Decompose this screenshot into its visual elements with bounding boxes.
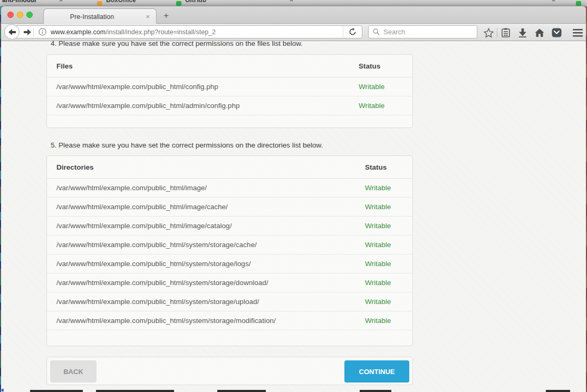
tab-title: Pre-Installation	[44, 13, 140, 21]
new-tab-button[interactable]: +	[163, 11, 169, 20]
table-row: /var/www/html/example.com/public_html/sy…	[47, 292, 412, 311]
directory-path: /var/www/html/example.com/public_html/sy…	[56, 317, 365, 325]
bookmark-star-icon[interactable]	[483, 27, 494, 38]
status-column-header: Status	[359, 62, 403, 70]
tab-pre-installation[interactable]: Pre-Installation ×	[43, 8, 157, 24]
table-row: /var/www/html/example.com/public_html/sy…	[47, 311, 412, 330]
page-content: 4. Please make sure you have set the cor…	[1, 41, 586, 392]
background-window-tabstrip: anti-imodul × BoxOffice GitHub × ×	[0, 0, 587, 6]
reload-button[interactable]	[343, 26, 362, 38]
url-domain: www.example.com	[51, 28, 105, 36]
tab-bar: Pre-Installation × +	[1, 6, 586, 24]
directory-path: /var/www/html/example.com/public_html/im…	[56, 203, 365, 211]
table-row: /var/www/html/example.com/public_html/sy…	[47, 273, 412, 292]
status-column-header: Status	[365, 163, 403, 171]
table-row: /var/www/html/example.com/public_html/sy…	[47, 236, 412, 254]
background-tab-1-close-icon: ×	[59, 0, 63, 4]
table-row: /var/www/html/example.com/public_html/co…	[47, 77, 412, 96]
bookmarks-list-icon[interactable]	[500, 27, 512, 38]
back-button[interactable]: BACK	[50, 360, 97, 383]
search-icon	[373, 28, 380, 35]
table-row: /var/www/html/example.com/public_html/im…	[47, 217, 412, 236]
background-favicon-right	[576, 1, 581, 6]
files-table-header: Files Status	[47, 55, 412, 77]
continue-button[interactable]: CONTINUE	[344, 360, 409, 383]
clipped-content-fragment	[2, 389, 4, 391]
clipped-content-fragment	[360, 390, 391, 392]
search-placeholder: Search	[383, 28, 405, 36]
status-badge: Writable	[365, 317, 403, 325]
clipped-content-fragment	[217, 390, 266, 392]
search-input[interactable]: Search	[368, 25, 477, 38]
github-favicon	[176, 1, 181, 6]
status-badge: Writable	[359, 83, 403, 91]
back-arrow-icon	[8, 29, 16, 35]
url-bar[interactable]: www.example.com/install/index.php?route=…	[12, 25, 362, 38]
directories-column-header: Directories	[56, 163, 365, 171]
tab-close-icon[interactable]: ×	[146, 13, 150, 21]
files-panel: Files Status /var/www/html/example.com/p…	[46, 54, 413, 128]
browser-window: 4. Please make sure you have set the cor…	[1, 6, 586, 392]
file-path: /var/www/html/example.com/public_html/co…	[56, 83, 359, 91]
clipped-content-fragment	[546, 390, 570, 392]
pocket-icon[interactable]	[551, 27, 562, 38]
status-badge: Writable	[365, 260, 403, 268]
background-tab-2: BoxOffice	[106, 0, 136, 4]
background-tab-right-close-icon: ×	[552, 0, 555, 4]
wizard-footer: BACK CONTINUE	[46, 357, 413, 385]
status-badge: Writable	[365, 279, 403, 287]
navigation-toolbar: www.example.com/install/index.php?route=…	[1, 24, 586, 41]
toolbar-divider	[497, 28, 497, 37]
directory-path: /var/www/html/example.com/public_html/sy…	[56, 298, 365, 306]
downloads-icon[interactable]	[517, 27, 528, 38]
file-path: /var/www/html/example.com/public_html/ad…	[56, 102, 359, 110]
directories-table-header: Directories Status	[47, 156, 412, 179]
home-icon[interactable]	[534, 27, 545, 38]
menu-hamburger-icon[interactable]	[572, 27, 583, 38]
directories-panel: Directories Status /var/www/html/example…	[46, 155, 413, 346]
status-badge: Writable	[365, 241, 403, 249]
background-tab-3: GitHub	[185, 0, 206, 4]
background-tab-3-close-icon: ×	[290, 0, 293, 4]
minimize-window-button[interactable]	[17, 12, 23, 18]
close-window-button[interactable]	[7, 12, 14, 18]
status-badge: Writable	[365, 184, 403, 192]
status-badge: Writable	[359, 102, 403, 110]
directory-path: /var/www/html/example.com/public_html/sy…	[56, 279, 365, 287]
back-navigation-button[interactable]	[4, 24, 20, 40]
status-badge: Writable	[365, 203, 403, 211]
clipped-content-fragment	[96, 390, 174, 392]
url-text[interactable]: www.example.com/install/index.php?route=…	[51, 28, 343, 36]
status-badge: Writable	[365, 222, 403, 230]
directory-path: /var/www/html/example.com/public_html/im…	[56, 184, 365, 192]
table-row: /var/www/html/example.com/public_html/sy…	[47, 254, 412, 273]
table-row: /var/www/html/example.com/public_html/im…	[47, 198, 412, 217]
table-row: /var/www/html/example.com/public_html/im…	[47, 179, 412, 198]
directory-path: /var/www/html/example.com/public_html/sy…	[56, 260, 365, 268]
url-path: /install/index.php?route=install/step_2	[105, 28, 216, 36]
forward-arrow-icon	[24, 29, 31, 35]
background-tab-1: anti-imodul	[2, 0, 36, 4]
directory-path: /var/www/html/example.com/public_html/sy…	[56, 241, 365, 249]
directory-path: /var/www/html/example.com/public_html/im…	[56, 222, 365, 230]
clipped-content-fragment	[30, 390, 83, 392]
zoom-window-button[interactable]	[26, 12, 33, 18]
site-info-icon[interactable]	[34, 28, 51, 36]
status-badge: Writable	[365, 298, 403, 306]
boxoffice-favicon	[97, 1, 102, 6]
table-row: /var/www/html/example.com/public_html/ad…	[47, 96, 412, 115]
files-column-header: Files	[56, 62, 359, 70]
step5-heading: 5. Please make sure you have set the cor…	[51, 141, 323, 149]
